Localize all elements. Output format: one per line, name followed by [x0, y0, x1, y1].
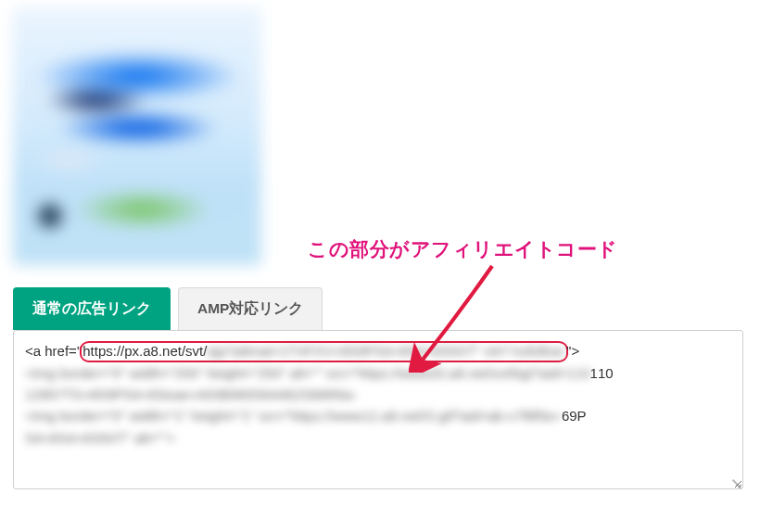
code-line1-pre: <a href=": [25, 343, 82, 359]
tab-amp-link[interactable]: AMP対応リンク: [178, 287, 323, 330]
code-line3-tail: 69P: [562, 408, 587, 424]
code-line-1: <a href="https://px.a8.net/svt/ejp?a8mat…: [25, 340, 731, 362]
tab-bar: 通常の広告リンク AMP対応リンク: [13, 287, 747, 330]
code-line-2b: 12857TS+8S9PS4+6Seae+A93B969S64462S68R6a…: [25, 384, 731, 405]
ad-banner-preview: [13, 7, 261, 265]
code-line2-head: <img border="0" width="250" height="250"…: [25, 365, 590, 381]
code-line-3: <img border="0" width="1" height="1" src…: [25, 405, 731, 426]
code-line1-post: ">: [566, 343, 579, 359]
tab-normal-ad-link[interactable]: 通常の広告リンク: [13, 287, 171, 330]
code-line1-url-head: https://px.a8.net/svt/: [82, 343, 207, 359]
affiliate-code-highlight: https://px.a8.net/svt/ejp?a8mat=1TXFXV+8…: [80, 341, 568, 362]
code-line3-blur: <img border="0" width="1" height="1" src…: [25, 408, 562, 424]
code-line-2: <img border="0" width="250" height="250"…: [25, 362, 731, 384]
annotation-label: この部分がアフィリエイトコード: [308, 236, 618, 262]
code-line1-url-blur: ejp?a8mat=1TXFXV+8S9PS4+8S4+6S9XT" rel="…: [207, 343, 564, 359]
resize-handle-icon[interactable]: [728, 475, 741, 488]
code-line2-tail: 110: [590, 365, 614, 381]
ad-code-textarea[interactable]: <a href="https://px.a8.net/svt/ejp?a8mat…: [13, 330, 743, 489]
code-line-4: S4+8S4+6S9XT" alt="">: [25, 427, 731, 449]
